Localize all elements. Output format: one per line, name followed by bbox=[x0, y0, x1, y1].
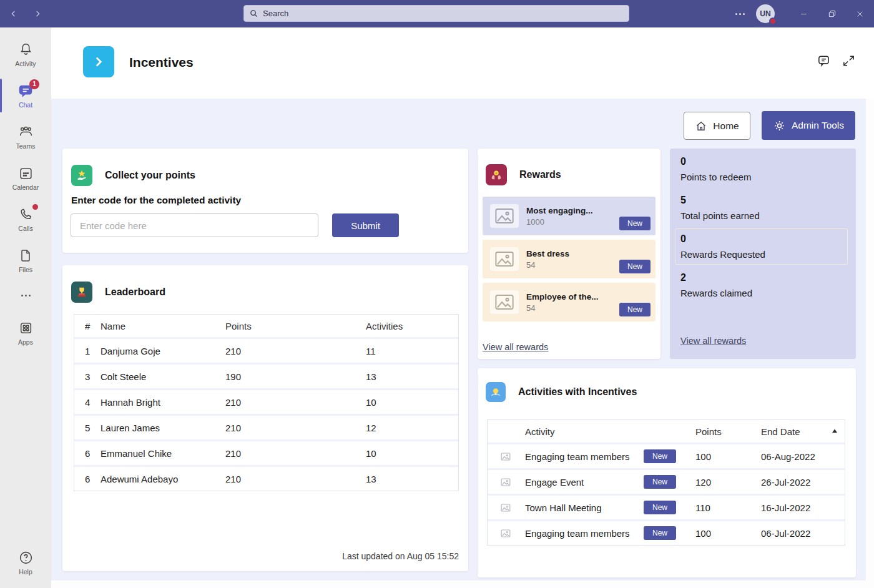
image-placeholder-icon bbox=[490, 247, 519, 271]
table-row: Engaging team members New 100 06-Aug-202… bbox=[488, 444, 845, 468]
image-placeholder-icon bbox=[490, 290, 519, 314]
sidebar-item-label: Activity bbox=[15, 60, 36, 67]
avatar-initials: UN bbox=[760, 9, 770, 18]
sidebar-more-apps-button[interactable] bbox=[0, 286, 51, 305]
expand-button[interactable] bbox=[840, 52, 857, 69]
activities-title: Activities with Incentives bbox=[518, 386, 637, 398]
col-rank: # bbox=[74, 321, 101, 331]
image-placeholder-icon bbox=[499, 502, 513, 514]
view-all-rewards-link[interactable]: View all rewards bbox=[483, 342, 548, 352]
col-points: Points bbox=[695, 426, 761, 437]
activities-icon bbox=[486, 382, 506, 402]
sidebar-item-teams[interactable]: Teams bbox=[0, 117, 51, 156]
sidebar-item-label: Apps bbox=[18, 338, 33, 346]
reward-points: 54 bbox=[526, 303, 619, 313]
reward-name: Employee of the... bbox=[526, 292, 619, 301]
collect-points-title: Collect your points bbox=[105, 170, 195, 181]
medal-icon bbox=[489, 168, 503, 182]
conversation-button[interactable] bbox=[815, 52, 832, 69]
sidebar-item-label: Files bbox=[19, 266, 32, 273]
restore-icon bbox=[828, 9, 837, 18]
new-badge[interactable]: New bbox=[619, 217, 651, 230]
chevron-left-icon bbox=[9, 9, 19, 19]
table-row: 3Colt Steele19013 bbox=[74, 365, 458, 388]
phone-icon bbox=[18, 207, 34, 222]
view-all-rewards-link[interactable]: View all rewards bbox=[680, 336, 746, 346]
new-badge[interactable]: New bbox=[644, 475, 676, 489]
admin-tools-button[interactable]: Admin Tools bbox=[762, 111, 855, 140]
table-row: Town Hall Meeting New 110 16-Jul-2022 bbox=[488, 496, 845, 519]
reward-name: Most engaging... bbox=[526, 206, 619, 215]
reward-points: 1000 bbox=[526, 217, 619, 227]
more-options-button[interactable] bbox=[735, 13, 745, 15]
sidebar-item-calls[interactable]: Calls bbox=[0, 200, 51, 238]
forward-button[interactable] bbox=[30, 6, 45, 21]
collect-points-icon bbox=[71, 165, 92, 186]
reward-list-item[interactable]: Most engaging... 1000 New bbox=[483, 197, 656, 235]
calendar-icon bbox=[18, 165, 34, 181]
reward-list-item[interactable]: Employee of the... 54 New bbox=[483, 283, 656, 321]
chat-unread-badge: 1 bbox=[29, 79, 39, 89]
sidebar-item-label: Chat bbox=[19, 101, 32, 109]
search-placeholder: Search bbox=[263, 9, 288, 18]
image-placeholder-icon bbox=[499, 527, 513, 539]
table-row: 6Adewumi Adebayo21013 bbox=[74, 467, 458, 491]
activities-card: Activities with Incentives Activity Poin… bbox=[478, 368, 856, 577]
code-input[interactable] bbox=[71, 213, 318, 237]
vertical-scrollbar[interactable] bbox=[866, 99, 874, 588]
leaderboard-card: Leaderboard # Name Points Activities 1Da… bbox=[62, 265, 468, 571]
horizontal-scrollbar[interactable] bbox=[51, 581, 874, 588]
col-activity: Activity bbox=[525, 426, 644, 437]
sidebar-item-activity[interactable]: Activity bbox=[0, 35, 51, 74]
minimize-button[interactable] bbox=[790, 0, 818, 27]
submit-button[interactable]: Submit bbox=[332, 213, 399, 237]
expand-icon bbox=[842, 54, 856, 68]
avatar[interactable]: UN bbox=[756, 4, 775, 23]
sidebar-item-label: Calendar bbox=[12, 184, 39, 191]
col-activities: Activities bbox=[366, 321, 458, 331]
title-bar: Search UN bbox=[0, 0, 874, 27]
last-updated-text: Last updated on Aug 05 15:52 bbox=[342, 551, 459, 561]
new-badge[interactable]: New bbox=[644, 526, 676, 540]
hand-star-icon bbox=[75, 169, 89, 182]
table-row: 6Emmanuel Chike21010 bbox=[74, 441, 458, 465]
col-end-date[interactable]: End Date bbox=[761, 426, 800, 437]
sort-ascending-icon[interactable] bbox=[830, 427, 839, 436]
close-button[interactable] bbox=[846, 0, 874, 27]
leaderboard-header-row: # Name Points Activities bbox=[74, 315, 458, 337]
app-header: Incentives bbox=[51, 27, 874, 99]
question-icon bbox=[18, 550, 34, 566]
rewards-icon bbox=[486, 164, 507, 185]
image-placeholder-icon bbox=[499, 476, 513, 488]
new-badge[interactable]: New bbox=[644, 449, 676, 463]
sidebar-item-help[interactable]: Help bbox=[0, 543, 51, 582]
sidebar-item-label: Calls bbox=[18, 225, 32, 232]
sidebar-item-chat[interactable]: 1 Chat bbox=[0, 76, 51, 115]
reward-list-item[interactable]: Best dress 54 New bbox=[483, 240, 656, 278]
file-icon bbox=[18, 248, 33, 263]
app-rail: Activity 1 Chat Teams Calendar Calls bbox=[0, 27, 51, 588]
back-button[interactable] bbox=[6, 6, 21, 21]
search-input[interactable]: Search bbox=[243, 5, 629, 22]
table-row: 1Danjuma Goje21011 bbox=[74, 339, 458, 363]
maximize-button[interactable] bbox=[818, 0, 846, 27]
trophy-icon bbox=[75, 285, 89, 299]
people-icon bbox=[17, 124, 34, 140]
image-placeholder-icon bbox=[499, 451, 513, 463]
sidebar-item-files[interactable]: Files bbox=[0, 241, 51, 280]
stat-points-to-redeem: 0 Points to redeem bbox=[680, 156, 751, 182]
lightbulb-icon bbox=[489, 386, 502, 398]
col-points: Points bbox=[225, 321, 366, 331]
collect-points-card: Collect your points Enter code for the c… bbox=[62, 149, 468, 253]
close-icon bbox=[856, 10, 864, 18]
home-button[interactable]: Home bbox=[684, 112, 750, 140]
sidebar-item-apps[interactable]: Apps bbox=[0, 313, 51, 352]
incentives-app-icon bbox=[83, 46, 114, 77]
sidebar-item-calendar[interactable]: Calendar bbox=[0, 159, 51, 197]
new-badge[interactable]: New bbox=[619, 260, 651, 273]
new-badge[interactable]: New bbox=[619, 303, 651, 316]
stat-rewards-requested: 0 Rewards Requested bbox=[680, 233, 765, 260]
rewards-card: Rewards Most engaging... 1000 New Best d… bbox=[478, 149, 660, 359]
new-badge[interactable]: New bbox=[644, 501, 676, 514]
page-title: Incentives bbox=[129, 55, 194, 70]
